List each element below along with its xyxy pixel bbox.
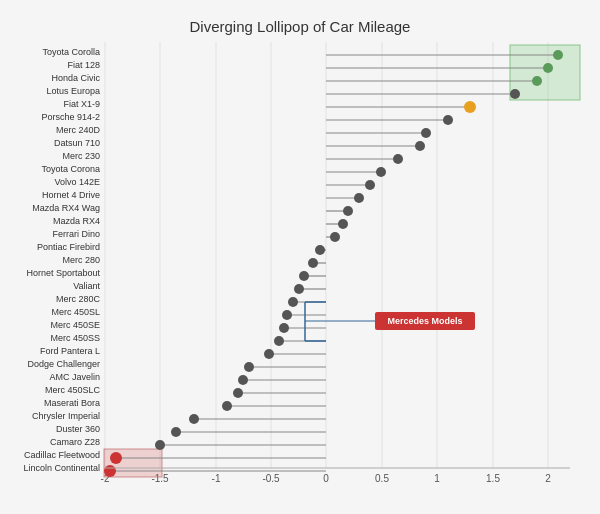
- svg-point-63: [443, 115, 453, 125]
- svg-point-97: [274, 336, 284, 346]
- svg-point-55: [543, 63, 553, 73]
- svg-point-117: [104, 465, 116, 477]
- svg-text:Lincoln Continental: Lincoln Continental: [23, 463, 100, 473]
- svg-text:Lotus Europa: Lotus Europa: [46, 86, 100, 96]
- svg-text:Hornet Sportabout: Hornet Sportabout: [26, 268, 100, 278]
- svg-text:Fiat X1-9: Fiat X1-9: [63, 99, 100, 109]
- svg-text:Dodge Challenger: Dodge Challenger: [27, 359, 100, 369]
- svg-text:Merc 450SLC: Merc 450SLC: [45, 385, 101, 395]
- svg-point-67: [415, 141, 425, 151]
- svg-point-103: [238, 375, 248, 385]
- svg-text:Mazda RX4 Wag: Mazda RX4 Wag: [32, 203, 100, 213]
- svg-text:-1: -1: [212, 473, 221, 484]
- svg-text:Valiant: Valiant: [73, 281, 100, 291]
- svg-text:Honda Civic: Honda Civic: [51, 73, 100, 83]
- svg-text:Porsche 914-2: Porsche 914-2: [41, 112, 100, 122]
- svg-point-79: [338, 219, 348, 229]
- svg-text:Merc 450SS: Merc 450SS: [50, 333, 100, 343]
- svg-text:Duster 360: Duster 360: [56, 424, 100, 434]
- svg-text:Toyota Corona: Toyota Corona: [41, 164, 100, 174]
- svg-text:Chrysler Imperial: Chrysler Imperial: [32, 411, 100, 421]
- svg-text:Merc 240D: Merc 240D: [56, 125, 101, 135]
- svg-text:Cadillac Fleetwood: Cadillac Fleetwood: [24, 450, 100, 460]
- svg-point-109: [189, 414, 199, 424]
- chart-container: Diverging Lollipop of Car Mileage -2 -1.…: [0, 0, 600, 514]
- svg-text:AMC Javelin: AMC Javelin: [49, 372, 100, 382]
- svg-point-77: [343, 206, 353, 216]
- svg-text:Hornet 4 Drive: Hornet 4 Drive: [42, 190, 100, 200]
- svg-text:Merc 450SE: Merc 450SE: [50, 320, 100, 330]
- svg-text:1.5: 1.5: [486, 473, 500, 484]
- svg-text:Merc 230: Merc 230: [62, 151, 100, 161]
- svg-text:1: 1: [434, 473, 440, 484]
- svg-point-111: [171, 427, 181, 437]
- svg-point-113: [155, 440, 165, 450]
- svg-point-61: [464, 101, 476, 113]
- svg-text:Ford Pantera L: Ford Pantera L: [40, 346, 100, 356]
- svg-text:2: 2: [545, 473, 551, 484]
- svg-text:Pontiac Firebird: Pontiac Firebird: [37, 242, 100, 252]
- svg-point-95: [279, 323, 289, 333]
- svg-point-105: [233, 388, 243, 398]
- svg-rect-0: [105, 38, 570, 468]
- svg-point-101: [244, 362, 254, 372]
- svg-point-73: [365, 180, 375, 190]
- svg-text:Maserati Bora: Maserati Bora: [44, 398, 100, 408]
- svg-point-65: [421, 128, 431, 138]
- svg-point-85: [308, 258, 318, 268]
- svg-point-91: [288, 297, 298, 307]
- highlight-green: [510, 45, 580, 100]
- svg-point-83: [315, 245, 325, 255]
- svg-text:Fiat 128: Fiat 128: [67, 60, 100, 70]
- chart-svg: -2 -1.5 -1 -0.5 0 0.5 1 1.5 2 Toyota Cor…: [0, 0, 600, 514]
- svg-text:Toyota Corolla: Toyota Corolla: [42, 47, 100, 57]
- svg-point-115: [110, 452, 122, 464]
- svg-point-93: [282, 310, 292, 320]
- svg-text:Mercedes Models: Mercedes Models: [387, 316, 462, 326]
- svg-point-89: [294, 284, 304, 294]
- svg-text:0: 0: [323, 473, 329, 484]
- svg-text:Merc 280: Merc 280: [62, 255, 100, 265]
- svg-point-75: [354, 193, 364, 203]
- svg-text:-0.5: -0.5: [262, 473, 280, 484]
- svg-point-69: [393, 154, 403, 164]
- svg-text:Ferrari Dino: Ferrari Dino: [52, 229, 100, 239]
- svg-text:Merc 280C: Merc 280C: [56, 294, 101, 304]
- svg-text:Volvo 142E: Volvo 142E: [54, 177, 100, 187]
- svg-point-81: [330, 232, 340, 242]
- svg-point-71: [376, 167, 386, 177]
- svg-text:Merc 450SL: Merc 450SL: [51, 307, 100, 317]
- svg-point-99: [264, 349, 274, 359]
- svg-point-53: [553, 50, 563, 60]
- svg-point-57: [532, 76, 542, 86]
- svg-point-87: [299, 271, 309, 281]
- svg-text:Datsun 710: Datsun 710: [54, 138, 100, 148]
- svg-point-107: [222, 401, 232, 411]
- svg-text:Mazda RX4: Mazda RX4: [53, 216, 100, 226]
- svg-text:Camaro Z28: Camaro Z28: [50, 437, 100, 447]
- svg-point-59: [510, 89, 520, 99]
- svg-text:0.5: 0.5: [375, 473, 389, 484]
